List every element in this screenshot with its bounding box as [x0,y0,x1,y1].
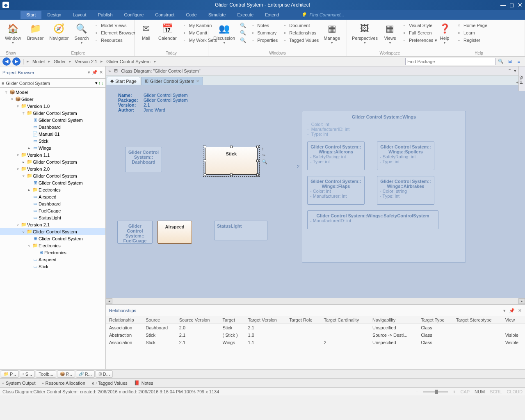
horizontal-scrollbar[interactable]: ◂ ▸ [106,298,525,304]
menu-configure[interactable]: Configure [119,11,150,19]
pb-close-icon[interactable]: ✕ [99,70,103,75]
rel-col-header[interactable]: View [502,316,525,324]
zoom3-button[interactable]: 🔍 [239,37,247,43]
pb-dropdown-icon[interactable]: ▾ [88,70,90,75]
resource-allocation-tab[interactable]: ▫Resource Allocation [42,381,85,386]
full-screen-button[interactable]: ▫Full Screen [401,30,438,36]
perspectives-button[interactable]: 🖼Perspectives▼ [349,21,380,45]
menu-construct[interactable]: Construct [149,11,180,19]
collapse-icon[interactable]: ⌃ [508,68,511,73]
element-spoilers[interactable]: Glider Control System:: Wings::Spoilers … [377,142,434,170]
element-statuslight[interactable]: StatusLight [214,221,267,240]
zoom-out-icon[interactable]: − [416,389,418,394]
grid-icon[interactable]: ⊞ [506,58,514,65]
tagged-values-tab[interactable]: 🏷Tagged Values [92,381,128,386]
element-airbrakes[interactable]: Glider Control System:: Wings::Airbrakes… [377,176,434,205]
btab-p2[interactable]: 📦P... [57,370,75,378]
rel-col-header[interactable]: Target Cardinality [321,316,370,324]
element-fuelguage[interactable]: Glider Control System:: FuelGuage [117,221,153,244]
rel-col-header[interactable]: Target Role [286,316,320,324]
navigator-button[interactable]: 🧭Navigator [47,21,71,41]
discussion-button[interactable]: 👥Discussion▼ [211,21,237,45]
find-package-go[interactable]: 🔍 [497,58,504,65]
tab-close-icon[interactable]: ✕ [196,79,199,83]
pb-context[interactable]: Glider Control System [6,81,94,86]
rel-col-header[interactable]: Relationship [106,316,142,324]
menu-simulate[interactable]: Simulate [203,11,232,19]
pb-caret-icon[interactable]: ▾ [95,80,98,86]
element-wings[interactable]: Glider Control System::Wings - Color: in… [302,111,466,262]
search-button[interactable]: 🔍Search▼ [72,21,91,45]
btab-toolb[interactable]: Toolb... [36,370,56,378]
quick-zoom-icon[interactable]: 🔍 [262,159,267,164]
properties-button[interactable]: ▫Properties [249,37,278,43]
pb-up-icon[interactable]: ↑ [98,80,101,86]
relationships-button[interactable]: ▫Relationships [281,30,320,36]
rel-row[interactable]: AbstractionStick2.1( Stick )1.0Source ->… [106,331,525,339]
menu-layout[interactable]: Layout [67,11,92,19]
calendar-button[interactable]: 📅Calendar [156,21,179,41]
pb-pin-icon[interactable]: 📌 [92,70,98,75]
notes-tab[interactable]: 📕Notes [134,380,153,386]
element-flaps[interactable]: Glider Control System:: Wings::Flaps - C… [307,176,365,205]
btab-r[interactable]: 🔗R... [76,370,95,378]
zoom-in-icon[interactable]: + [453,389,455,394]
menu-code[interactable]: Code [180,11,202,19]
rel-col-header[interactable]: Target Type [418,316,452,324]
browser-button[interactable]: 📁Browser [25,21,46,41]
nav-back-button[interactable]: ◀ [2,57,11,66]
minimize-button[interactable]: — [500,2,506,8]
btab-p1[interactable]: 📁P... [1,370,19,378]
views-button[interactable]: ▦Views▼ [381,21,399,45]
register-button[interactable]: ▫Register [455,37,488,43]
zoom2-button[interactable]: 🔍 [239,30,247,36]
rel-col-header[interactable]: Source Version [176,316,219,324]
nav-expand-icon[interactable]: » [108,68,111,73]
help-button[interactable]: ❓Help▼ [436,21,454,45]
tab-glider-control-system[interactable]: ⊞Glider Control System✕ [141,77,203,85]
rel-col-header[interactable]: Source [142,316,176,324]
home-page-button[interactable]: ⌂Home Page [455,22,488,29]
start-tab-vertical[interactable]: Start [518,66,525,91]
window-button[interactable]: 🏠Window▼ [2,21,23,45]
tab-start-page[interactable]: ◆Start Page [107,77,140,85]
crumb-gcs[interactable]: Glider Control System [105,59,152,64]
menu-execute[interactable]: Execute [231,11,259,19]
rel-row[interactable]: AssociationDashboard2.0Stick2.1Unspecifi… [106,324,525,332]
menu-icon[interactable]: ≡ [515,58,523,65]
nav-forward-button[interactable]: ▶ [12,57,21,66]
rel-col-header[interactable]: Navigability [369,316,418,324]
model-views-button[interactable]: ▫Model Views [93,22,136,29]
system-output-tab[interactable]: ▫System Output [2,381,36,386]
notes-button[interactable]: ▫Notes [249,22,278,29]
document-button[interactable]: ▫Document [281,22,320,29]
rel-dropdown-icon[interactable]: ▾ [503,308,506,313]
pb-down-icon[interactable]: ↓ [102,80,104,86]
tagged-values-button[interactable]: ▫Tagged Values [281,37,320,43]
element-ailerons[interactable]: Glider Control System:: Wings::Ailerons … [307,142,365,170]
resources-button[interactable]: ▫Resources [93,37,136,43]
hamburger-icon[interactable]: ≡ [2,81,4,86]
find-command[interactable]: 💡 Find Command... [301,12,344,18]
crumb-version[interactable]: Version 2.1 [73,59,99,64]
find-package-input[interactable] [405,58,495,65]
element-browser-button[interactable]: ▫Element Browser [93,30,136,36]
rel-col-header[interactable]: Target Stereotype [453,316,502,324]
mail-button[interactable]: ✉Mail [137,21,155,41]
find-package[interactable] [405,58,495,65]
element-airspeed[interactable]: Airspeed [158,221,192,244]
rel-pin-icon[interactable]: 📌 [509,308,515,313]
btab-s[interactable]: ▫S... [20,370,35,378]
rel-col-header[interactable]: Target [219,316,244,324]
summary-button[interactable]: ▫Summary [249,30,278,36]
crumb-model[interactable]: Model [31,59,46,64]
project-tree[interactable]: ▿📦Model ▿📦Glider ▿📁Version 1.0 ▿📁Glider … [0,88,105,369]
zoom-slider[interactable] [423,391,448,393]
maximize-button[interactable]: ◻ [509,2,514,8]
element-safety-control-system[interactable]: Glider Control System::Wings::SafetyCont… [307,210,438,229]
scroll-left-button[interactable]: ◂ [106,298,112,304]
learn-button[interactable]: ▫Learn [455,30,488,36]
preferences-button[interactable]: ▫Preferences ▾ [401,37,438,43]
menu-publish[interactable]: Publish [92,11,119,19]
close-button[interactable]: ✕ [518,2,523,8]
